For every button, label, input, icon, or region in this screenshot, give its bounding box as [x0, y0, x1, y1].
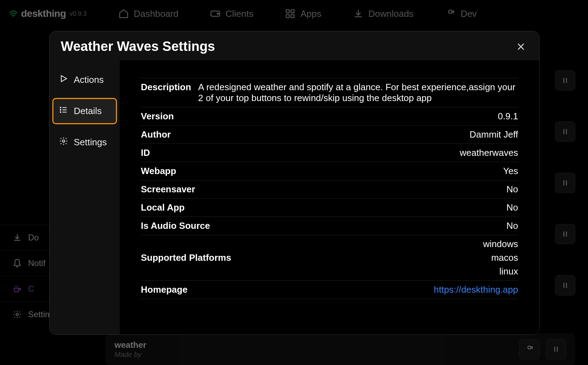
nav-dev[interactable]: Dev	[445, 8, 477, 19]
list-icon	[59, 105, 68, 117]
detail-label: Screensaver	[141, 184, 195, 195]
tab-actions[interactable]: Actions	[52, 67, 117, 93]
nav-clients[interactable]: Clients	[210, 8, 253, 19]
detail-row-screensaver: Screensaver No	[141, 180, 518, 199]
detail-label: Homepage	[141, 284, 188, 295]
svg-point-25	[60, 109, 61, 110]
detail-label: Version	[141, 111, 174, 122]
nav-dashboard[interactable]: Dashboard	[118, 8, 178, 19]
nav-clients-label: Clients	[226, 8, 253, 19]
settings-modal: Weather Waves Settings Actions Details	[49, 31, 540, 335]
nav-downloads-label: Downloads	[368, 8, 414, 19]
play-icon	[59, 74, 68, 86]
modal-title: Weather Waves Settings	[61, 39, 215, 54]
platform-item: windows	[483, 239, 518, 250]
svg-point-29	[63, 140, 65, 142]
brand-name: deskthing	[21, 8, 66, 19]
nav-apps-label: Apps	[300, 8, 321, 19]
platform-item: linux	[499, 266, 518, 277]
detail-value: No	[507, 184, 518, 195]
pause-button[interactable]	[555, 224, 575, 244]
detail-label: Description	[141, 82, 191, 93]
close-button[interactable]	[514, 40, 528, 54]
nav-dev-label: Dev	[460, 8, 477, 19]
pause-button[interactable]	[555, 70, 575, 91]
sidebar-downloads-label: Do	[28, 233, 39, 243]
svg-rect-4	[291, 10, 294, 13]
svg-rect-3	[286, 10, 289, 13]
pause-button[interactable]	[555, 275, 575, 296]
detail-label: Author	[141, 129, 171, 140]
detail-value: weatherwaves	[460, 147, 518, 158]
detail-row-webapp: Webapp Yes	[141, 162, 518, 180]
tab-details-label: Details	[74, 106, 102, 117]
detail-label: ID	[141, 147, 150, 158]
detail-value-platforms: windows macos linux	[483, 239, 518, 277]
detail-row-homepage: Homepage https://deskthing.app	[141, 281, 518, 299]
app-card-title: weather	[115, 340, 146, 350]
detail-row-description: Description A redesigned weather and spo…	[141, 78, 518, 107]
detail-value: No	[507, 220, 518, 231]
svg-rect-5	[286, 15, 289, 18]
homepage-link[interactable]: https://deskthing.app	[434, 284, 518, 295]
svg-marker-22	[61, 75, 67, 81]
modal-sidebar: Actions Details Settings	[50, 60, 120, 334]
brand: deskthing v0.9.3	[8, 8, 87, 19]
detail-row-author: Author Dammit Jeff	[141, 126, 518, 144]
platform-item: macos	[491, 252, 518, 263]
pause-button[interactable]	[555, 121, 575, 142]
detail-row-audiosource: Is Audio Source No	[141, 217, 518, 235]
svg-point-27	[60, 112, 61, 112]
wifi-icon	[8, 10, 18, 18]
detail-label: Is Audio Source	[141, 220, 210, 231]
sidebar-notifications-label: Notif	[28, 258, 45, 268]
detail-value: A redesigned weather and spotify at a gl…	[198, 82, 518, 104]
tab-settings-label: Settings	[74, 137, 107, 148]
gear-icon	[59, 137, 68, 148]
pause-button[interactable]	[546, 339, 566, 359]
app-card-weather[interactable]: weather Made by	[105, 333, 575, 365]
svg-point-0	[13, 16, 14, 17]
detail-value: No	[507, 202, 518, 213]
detail-row-id: ID weatherwaves	[141, 144, 518, 162]
top-nav: deskthing v0.9.3 Dashboard Clients Apps …	[0, 0, 588, 27]
detail-label: Webapp	[141, 166, 176, 177]
svg-rect-6	[291, 15, 294, 18]
detail-row-version: Version 0.9.1	[141, 107, 518, 126]
pause-button[interactable]	[555, 173, 575, 193]
detail-row-platforms: Supported Platforms windows macos linux	[141, 235, 518, 281]
app-card-actions-col	[555, 70, 575, 296]
tab-details[interactable]: Details	[52, 98, 117, 124]
brand-version: v0.9.3	[70, 10, 87, 18]
nav-apps[interactable]: Apps	[285, 8, 321, 19]
svg-point-7	[16, 313, 19, 316]
tab-actions-label: Actions	[74, 74, 104, 85]
sidebar-coffee-label: C	[28, 284, 34, 294]
modal-header: Weather Waves Settings	[50, 31, 539, 60]
nav-items: Dashboard Clients Apps Downloads Dev	[118, 8, 477, 19]
modal-content: Description A redesigned weather and spo…	[120, 60, 539, 334]
detail-value: 0.9.1	[498, 111, 518, 122]
wrench-button[interactable]	[519, 339, 540, 359]
detail-value: Yes	[503, 166, 518, 177]
detail-row-localapp: Local App No	[141, 199, 518, 217]
svg-point-23	[60, 107, 61, 108]
detail-value: Dammit Jeff	[470, 129, 518, 140]
detail-label: Local App	[141, 202, 185, 213]
tab-settings[interactable]: Settings	[52, 129, 117, 155]
detail-label: Supported Platforms	[141, 252, 231, 263]
app-card-subtitle: Made by	[115, 351, 146, 359]
nav-downloads[interactable]: Downloads	[353, 8, 414, 19]
nav-dashboard-label: Dashboard	[134, 8, 178, 19]
svg-point-2	[217, 13, 219, 14]
